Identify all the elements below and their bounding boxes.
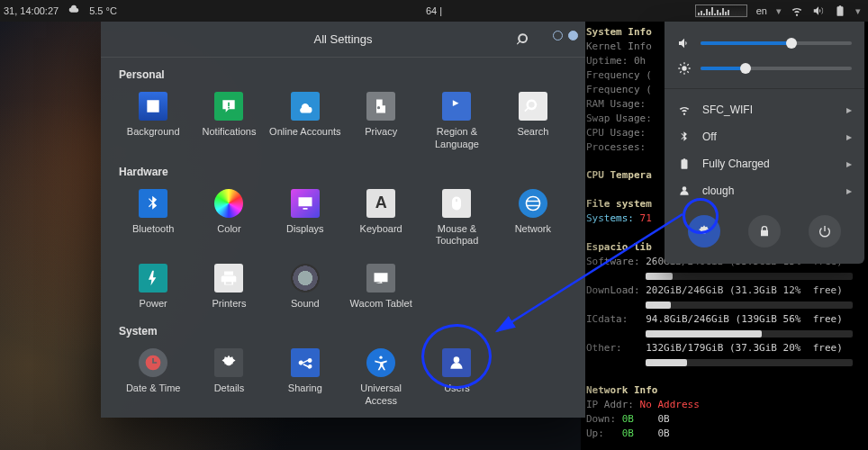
page-indicator[interactable] [553,31,578,40]
svg-point-3 [683,186,687,191]
settings-item-bluetooth[interactable]: Bluetooth [115,184,191,252]
chevron-right-icon: ▸ [846,104,852,116]
wifi-icon[interactable] [791,4,803,17]
chevron-right-icon: ▸ [846,158,852,170]
temperature-text: 5.5 °C [89,5,117,16]
system-menu: SFC_WIFI ▸ Off ▸ Fully Charged ▸ clough … [665,22,864,264]
settings-item-wacom[interactable]: Wacom Tablet [343,258,419,314]
battery-icon[interactable] [834,4,846,17]
menu-battery[interactable]: Fully Charged ▸ [665,150,864,177]
settings-item-details[interactable]: Details [191,343,267,411]
top-panel: 31, 14:00:27 5.5 °C 64 | en ▾ ▾ [0,0,868,22]
settings-item-sharing[interactable]: Sharing [267,343,343,411]
settings-title: All Settings [313,32,372,46]
menu-wifi[interactable]: SFC_WIFI ▸ [665,96,864,123]
search-button[interactable] [513,29,535,50]
settings-item-background[interactable]: Background [115,86,191,155]
volume-icon [677,36,692,50]
settings-item-notifications[interactable]: Notifications [191,86,267,155]
brightness-icon [677,61,692,76]
settings-item-users[interactable]: Users [419,343,494,411]
menu-user[interactable]: clough ▸ [665,177,864,204]
settings-item-region-language[interactable]: Region & Language [419,86,494,155]
battery-icon [677,157,692,171]
clock-text: 31, 14:00:27 [4,5,59,16]
weather-icon [68,4,80,17]
user-icon [677,184,692,198]
brightness-slider-row[interactable] [665,56,864,81]
brightness-slider[interactable] [701,67,852,70]
wifi-icon [677,103,692,117]
settings-item-date-time[interactable]: Date & Time [115,343,191,411]
settings-item-search[interactable]: Search [495,86,571,155]
activity-graph [695,4,747,17]
settings-item-displays[interactable]: Displays [267,184,343,252]
settings-item-online-accounts[interactable]: Online Accounts [267,86,343,155]
settings-item-color[interactable]: Color [191,184,267,252]
settings-item-keyboard[interactable]: A Keyboard [343,184,419,252]
settings-item-privacy[interactable]: Privacy [343,86,419,155]
volume-slider-row[interactable] [665,31,864,56]
menu-bluetooth[interactable]: Off ▸ [665,123,864,150]
settings-item-sound[interactable]: Sound [267,258,343,314]
settings-item-network[interactable]: Network [495,184,571,252]
volume-slider[interactable] [701,41,852,45]
volume-icon[interactable] [812,4,825,17]
locale-indicator[interactable]: en [756,5,767,16]
chevron-right-icon: ▸ [846,130,852,143]
chevron-right-icon: ▸ [846,184,852,197]
settings-item-universal-access[interactable]: Universal Access [343,343,419,411]
section-hardware: Hardware [119,166,571,178]
svg-point-1 [454,356,460,363]
settings-item-mouse-touchpad[interactable]: Mouse & Touchpad [419,184,494,252]
bluetooth-icon [677,130,692,144]
settings-item-power[interactable]: Power [115,258,191,314]
lock-action-button[interactable] [748,215,781,248]
section-system: System [119,325,571,338]
power-action-button[interactable] [809,215,841,248]
svg-point-2 [682,66,686,70]
svg-point-0 [379,356,382,358]
settings-window: All Settings Personal Background Notific… [101,22,585,418]
settings-action-button[interactable] [688,215,720,248]
settings-item-printers[interactable]: Printers [191,258,267,314]
section-personal: Personal [119,68,571,81]
settings-header: All Settings [101,22,585,58]
center-status: 64 | [426,5,442,16]
